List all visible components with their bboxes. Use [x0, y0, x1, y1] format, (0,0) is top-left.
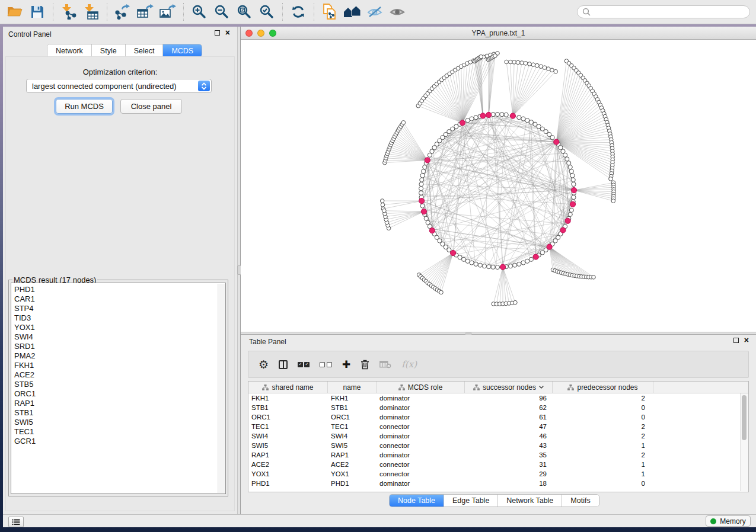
- cell-successor-nodes: 61: [465, 414, 553, 421]
- zoom-selected-icon[interactable]: [256, 2, 278, 21]
- tab-edge-table[interactable]: Edge Table: [444, 495, 498, 507]
- column-header-shared-name[interactable]: shared name: [248, 382, 328, 393]
- list-item[interactable]: STP4: [14, 304, 225, 313]
- zoom-fit-icon[interactable]: [233, 2, 256, 21]
- table-row[interactable]: SWI4SWI4dominator462: [248, 431, 748, 441]
- select-stepper-icon: [198, 81, 210, 91]
- table-body: FKH1FKH1dominator962STB1STB1dominator620…: [248, 393, 748, 488]
- column-header-name[interactable]: name: [328, 382, 377, 393]
- float-panel-icon[interactable]: [733, 338, 739, 343]
- close-panel-icon[interactable]: ×: [225, 30, 230, 36]
- tab-motifs[interactable]: Motifs: [562, 495, 598, 507]
- tab-network[interactable]: Network: [47, 44, 92, 57]
- list-item[interactable]: TEC1: [14, 427, 225, 437]
- list-item[interactable]: GCR1: [14, 437, 225, 446]
- column-header-empty: [653, 382, 748, 393]
- cell-predecessor-nodes: 0: [553, 404, 653, 411]
- tab-style[interactable]: Style: [92, 44, 126, 57]
- cell-predecessor-nodes: 2: [553, 432, 653, 440]
- list-item[interactable]: SWI4: [14, 332, 225, 342]
- mcds-result-list[interactable]: PHD1CAR1STP4TID3YOX1SWI4SRD1PMA2FKH1ACE2…: [11, 283, 226, 494]
- import-network-icon[interactable]: [58, 2, 80, 21]
- main-toolbar: [0, 0, 756, 24]
- first-neighbors-icon[interactable]: [341, 2, 363, 21]
- memory-button[interactable]: Memory: [706, 515, 751, 527]
- list-item[interactable]: CAR1: [14, 294, 225, 304]
- column-header-MCDS-role[interactable]: MCDS role: [377, 382, 465, 393]
- table-scrollbar[interactable]: [740, 393, 748, 491]
- list-item[interactable]: STB1: [14, 408, 225, 418]
- tab-node-table[interactable]: Node Table: [390, 495, 444, 507]
- copy-network-icon[interactable]: [318, 2, 341, 21]
- close-panel-button[interactable]: Close panel: [120, 99, 182, 114]
- refresh-icon[interactable]: [287, 2, 310, 21]
- hide-selected-icon[interactable]: [363, 2, 386, 21]
- cell-MCDS-role: dominator: [377, 414, 465, 421]
- table-row[interactable]: ACE2ACE2connector311: [248, 460, 748, 469]
- cell-successor-nodes: 18: [465, 480, 553, 487]
- cell-MCDS-role: dominator: [377, 451, 465, 459]
- list-scrollbar[interactable]: [218, 284, 225, 493]
- network-canvas[interactable]: [241, 40, 756, 332]
- task-history-button[interactable]: [8, 517, 24, 527]
- show-all-icon[interactable]: [386, 2, 409, 21]
- list-item[interactable]: YOX1: [14, 323, 225, 332]
- search-input[interactable]: [594, 7, 749, 17]
- column-visibility-icon[interactable]: [279, 357, 288, 371]
- list-item[interactable]: SRD1: [14, 342, 225, 351]
- list-item[interactable]: ORC1: [14, 389, 225, 399]
- export-image-icon[interactable]: [157, 2, 179, 21]
- list-item[interactable]: RAP1: [14, 399, 225, 408]
- table-row[interactable]: YOX1YOX1connector291: [248, 469, 748, 479]
- delete-column-icon[interactable]: [361, 357, 369, 371]
- cell-successor-nodes: 43: [465, 442, 553, 449]
- deselect-all-icon[interactable]: [320, 357, 332, 371]
- list-item[interactable]: FKH1: [14, 361, 225, 370]
- list-item[interactable]: PHD1: [14, 285, 225, 294]
- list-item[interactable]: SWI5: [14, 418, 225, 427]
- cell-shared-name: STB1: [248, 404, 328, 411]
- export-table-icon[interactable]: [134, 2, 157, 21]
- list-item[interactable]: TID3: [14, 313, 225, 323]
- table-row[interactable]: SWI5SWI5connector431: [248, 441, 748, 450]
- zoom-out-icon[interactable]: [210, 2, 233, 21]
- table-header-row: shared namenameMCDS rolesuccessor nodesp…: [248, 382, 748, 393]
- cell-predecessor-nodes: 2: [553, 423, 653, 430]
- select-all-icon[interactable]: ✓✓: [298, 357, 310, 371]
- column-header-successor-nodes[interactable]: successor nodes: [465, 382, 553, 393]
- close-panel-icon[interactable]: ×: [744, 337, 749, 343]
- optimization-criterion-select[interactable]: largest connected component (undirected): [26, 79, 212, 93]
- list-item[interactable]: ACE2: [14, 370, 225, 380]
- float-panel-icon[interactable]: [215, 30, 220, 36]
- table-settings-icon[interactable]: ⚙: [259, 357, 269, 371]
- cell-successor-nodes: 62: [465, 404, 553, 411]
- list-item[interactable]: PMA2: [14, 351, 225, 361]
- list-item[interactable]: STB5: [14, 380, 225, 389]
- open-folder-icon[interactable]: [4, 2, 26, 21]
- table-row[interactable]: STB1STB1dominator620: [248, 403, 748, 412]
- toolbar-separator: [282, 3, 283, 21]
- export-network-icon[interactable]: [111, 2, 134, 21]
- table-row[interactable]: TEC1TEC1connector472: [248, 422, 748, 431]
- tab-network-table[interactable]: Network Table: [498, 495, 562, 507]
- cell-shared-name: ORC1: [248, 414, 328, 421]
- cell-predecessor-nodes: 2: [553, 395, 653, 402]
- scrollbar-thumb[interactable]: [742, 395, 747, 440]
- save-icon[interactable]: [26, 2, 49, 21]
- add-column-icon[interactable]: ✚: [342, 357, 350, 371]
- run-mcds-button[interactable]: Run MCDS: [56, 99, 113, 114]
- mcds-result-items: PHD1CAR1STP4TID3YOX1SWI4SRD1PMA2FKH1ACE2…: [11, 283, 225, 446]
- column-header-predecessor-nodes[interactable]: predecessor nodes: [553, 382, 653, 393]
- selected-option: largest connected component (undirected): [27, 82, 198, 91]
- import-table-icon[interactable]: [80, 2, 103, 21]
- search-field[interactable]: [577, 5, 750, 18]
- list-icon: [12, 519, 20, 525]
- tab-mcds[interactable]: MCDS: [163, 44, 202, 57]
- search-icon: [582, 8, 591, 16]
- zoom-in-icon[interactable]: [188, 2, 210, 21]
- table-row[interactable]: ORC1ORC1dominator610: [248, 412, 748, 422]
- table-row[interactable]: FKH1FKH1dominator962: [248, 393, 748, 403]
- table-row[interactable]: PHD1PHD1dominator180: [248, 479, 748, 488]
- table-row[interactable]: RAP1RAP1dominator352: [248, 450, 748, 460]
- tab-select[interactable]: Select: [126, 44, 164, 57]
